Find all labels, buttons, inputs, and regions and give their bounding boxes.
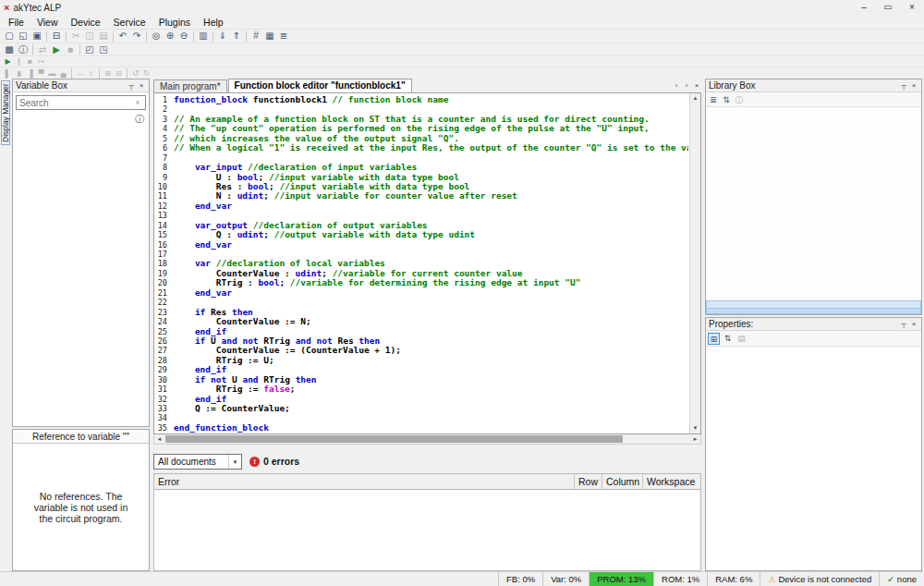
right-column: Library Box ┬× ≣⇅ⓘ Properties: ┬× ⊞⇅▤ [703,79,924,571]
hscroll-track[interactable] [164,434,690,444]
zoom-in-icon[interactable]: ⊕ [164,30,176,43]
app-window: × akYtec ALP –▭× FileViewDeviceServicePl… [0,0,924,586]
menu-device[interactable]: Device [65,17,107,28]
scroll-left-icon[interactable]: ◄ [154,434,164,444]
column-header-column[interactable]: Column [602,474,643,489]
menu-bar: FileViewDeviceServicePluginsHelp [0,15,924,29]
clear-search-icon[interactable]: × [133,98,142,107]
new-file-icon[interactable]: ▢ [3,30,16,43]
display-manager-tab[interactable]: Display Manager [1,80,10,145]
status-label: RAM: 6% [715,574,752,584]
properties-categorized-icon[interactable]: ⊞ [708,333,720,345]
save-project-as-icon[interactable]: ▩ [3,43,16,56]
code-line[interactable]: Q : udint; //output variable with data t… [174,230,688,239]
scroll-up-icon[interactable]: ▲ [693,94,699,103]
column-header-row[interactable]: Row [575,474,602,489]
undo-icon[interactable]: ↶ [116,30,129,43]
library-view-icon[interactable]: ≣ [708,94,719,105]
line-numbers: 1234567891011121314151617181920212223242… [154,95,170,433]
tab-controls: ‹›× [672,81,701,92]
documents-filter-select[interactable]: All documents ▾ [153,454,242,470]
code-line[interactable]: N : udint; //input variable for counter … [174,191,688,201]
library-selection-band[interactable] [706,300,921,308]
editor-tab-1[interactable]: Function block editor "functionblock1" [228,79,412,92]
menu-view[interactable]: View [30,17,65,28]
close-window-icon[interactable]: × [900,0,924,15]
error-table-body[interactable] [153,490,701,571]
variable-box-header-icons: ┬× [127,81,146,91]
search-icon[interactable]: ◎ [150,30,163,43]
toolbar-separator [113,31,114,42]
menu-file[interactable]: File [2,17,30,28]
library-box-toggle-icon[interactable]: ◳ [97,43,110,56]
scroll-down-icon[interactable]: ▼ [693,424,699,433]
close-document-icon[interactable]: × [692,81,701,91]
code-line[interactable]: Q := CounterValue; [174,404,688,413]
stop-icon: ■ [25,56,35,67]
info-icon[interactable]: ⓘ [135,114,144,124]
code-line[interactable]: RTrig := false; [174,385,688,394]
redo-icon[interactable]: ↷ [130,30,143,43]
column-header-error[interactable]: Error [154,474,575,489]
device-information-icon[interactable]: ▥ [197,30,210,43]
scroll-tabs-left-icon[interactable]: ‹ [672,81,681,91]
editor-horizontal-scrollbar[interactable]: ◄ ► [153,434,701,445]
save-icon[interactable]: ▣ [30,30,43,43]
code-line[interactable]: end_var [174,288,688,298]
read-from-device-icon[interactable]: ⇑ [230,30,243,43]
paste-icon: ▤ [97,30,110,43]
zoom-out-icon[interactable]: ⊖ [177,30,190,43]
variable-box-toggle-icon[interactable]: ◰ [83,43,96,56]
menu-plugins[interactable]: Plugins [152,17,197,28]
display-manager-icon[interactable]: ▦ [263,30,276,43]
library-box-close-icon[interactable]: × [909,81,918,91]
properties-close-icon[interactable]: × [909,320,918,329]
open-file-icon[interactable]: ◱ [17,30,30,43]
scroll-right-icon[interactable]: ► [690,434,700,444]
column-header-workspace[interactable]: Workspace [643,474,700,489]
properties-alphabetical-icon[interactable]: ⇅ [722,333,734,345]
properties-pin-icon[interactable]: ┬ [899,320,908,329]
run-icon[interactable]: ▶ [3,56,13,67]
project-information-icon[interactable]: ⓘ [17,43,30,56]
variable-box-close-icon[interactable]: × [137,81,146,91]
reference-empty-text: No references. The variable is not used … [13,444,149,570]
line-number: 4 [154,124,167,133]
scroll-tabs-right-icon[interactable]: › [682,81,691,91]
maximize-window-icon[interactable]: ▭ [876,0,900,15]
editor-vertical-scrollbar[interactable]: ▲ ▼ [689,93,700,433]
hscroll-thumb[interactable] [165,435,623,443]
tabs-container: Main program*Function block editor "func… [153,79,413,92]
print-icon[interactable]: ⊟ [50,30,63,43]
code-line[interactable]: end_function_block [174,423,688,433]
write-to-device-icon[interactable]: ⇓ [216,30,229,43]
code-line[interactable]: // When a logical "1" is received at the… [174,143,688,153]
code-line[interactable]: RTrig := U; [174,356,688,365]
library-box-pin-icon[interactable]: ┬ [899,81,908,91]
toolbar-separator [99,68,100,79]
pause-icon: ∥ [14,56,24,67]
interface-settings-icon[interactable]: ≣ [277,30,290,43]
status-label: none [897,574,917,584]
library-selection-band[interactable] [706,308,921,314]
code-line[interactable]: end_var [174,201,688,211]
variable-box-pin-icon[interactable]: ┬ [127,81,136,91]
library-list-body[interactable] [706,107,921,300]
variable-list-body[interactable] [13,128,149,426]
code-line[interactable]: CounterValue := N; [174,317,688,326]
menu-service[interactable]: Service [107,17,152,28]
editor-tab-0[interactable]: Main program* [153,79,227,92]
start-simulation-icon[interactable]: ▶ [50,43,63,56]
code-line[interactable]: function_block functionblock1 // functio… [174,95,688,104]
variable-search-input[interactable] [19,98,133,108]
menu-help[interactable]: Help [197,17,230,28]
minimize-window-icon[interactable]: – [852,0,876,15]
line-number: 3 [154,115,167,124]
code-line[interactable]: end_var [174,240,688,250]
line-number: 28 [154,356,167,365]
library-sort-icon[interactable]: ⇅ [721,94,732,105]
line-number: 8 [154,163,167,172]
memory-manager-icon[interactable]: # [249,30,262,43]
status-items: FB: 0%Var: 0%PROM: 13%ROM: 1%RAM: 6%⚠Dev… [498,572,924,586]
code-line[interactable]: RTrig : bool; //variable for determining… [174,278,688,287]
